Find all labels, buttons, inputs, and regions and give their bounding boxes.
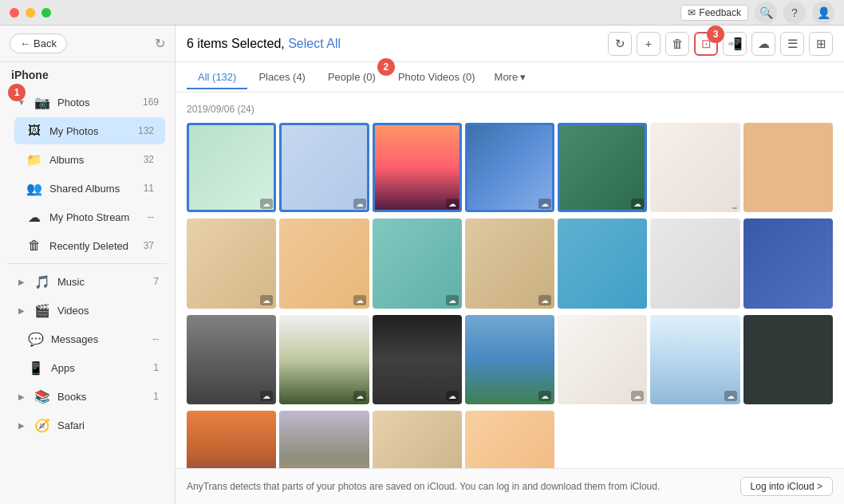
photo-cell[interactable] — [558, 219, 647, 308]
photos-icon: 📷 — [34, 93, 51, 111]
photo-cell[interactable]: ☁ — [465, 123, 554, 212]
list-btn-wrap: ☰ — [780, 32, 804, 56]
toolbar-actions: ↻ + 🗑 ⊡ 3 📲 ☁ ☰ — [608, 32, 833, 56]
sidebar-books-label: Books — [57, 391, 147, 403]
grid-view-button[interactable]: ⊞ — [809, 32, 833, 56]
videos-icon: 🎬 — [34, 301, 51, 319]
cloud-icon: ☁ — [260, 391, 273, 401]
photo-cell[interactable] — [650, 219, 739, 308]
sidebar-item-videos[interactable]: ▶ 🎬 Videos — [5, 297, 170, 324]
photos-grid-row3: ☁ ☁ ☁ ☁ ☁ ☁ — [187, 315, 833, 404]
sidebar-item-recently-deleted[interactable]: 🗑 Recently Deleted 37 — [14, 232, 165, 259]
photo-cell[interactable] — [279, 411, 369, 468]
recently-deleted-icon: 🗑 — [26, 237, 43, 254]
device-name: iPhone — [0, 62, 175, 88]
export-button[interactable]: ⊡ — [694, 32, 718, 56]
sidebar-item-safari[interactable]: ▶ 🧭 Safari — [5, 411, 170, 439]
close-button[interactable] — [10, 8, 19, 18]
cloud-icon: ☁ — [631, 391, 644, 401]
user-avatar[interactable]: 👤 — [812, 2, 834, 24]
delete-button[interactable]: 🗑 — [665, 32, 689, 56]
select-all-link[interactable]: Select All — [288, 37, 341, 50]
photos-grid-row1: ☁ ☁ ☁ ☁ ☁ — [187, 123, 833, 212]
photo-cell[interactable] — [650, 123, 739, 212]
cloud-icon: ☁ — [353, 199, 366, 209]
sidebar-divider-1 — [8, 263, 167, 264]
apps-icon: 📱 — [27, 359, 45, 376]
sidebar-item-photos[interactable]: ▼ 📷 Photos 169 1 — [5, 89, 170, 116]
sidebar-item-music[interactable]: ▶ 🎵 Music 7 — [5, 268, 170, 295]
photo-cell[interactable]: ☁ — [558, 315, 647, 404]
sidebar-apps-count: 1 — [153, 362, 159, 373]
tab-places[interactable]: Places (4) — [247, 66, 317, 89]
sidebar-top: ← Back ↻ — [0, 26, 175, 62]
photo-cell[interactable]: ☁ — [279, 219, 369, 308]
sidebar-item-my-photo-stream[interactable]: ☁ My Photo Stream -- — [14, 203, 165, 230]
add-button[interactable]: + — [637, 32, 661, 56]
sidebar-item-books[interactable]: ▶ 📚 Books 1 — [5, 383, 170, 410]
photo-cell[interactable] — [373, 411, 462, 468]
chevron-down-icon: ▼ — [16, 96, 27, 108]
photo-cell[interactable] — [465, 411, 554, 468]
chevron-right-icon: ▶ — [16, 276, 27, 287]
photo-cell[interactable]: ☁ — [373, 123, 462, 212]
titlebar-traffic-lights — [10, 8, 51, 18]
sidebar-item-apps[interactable]: 📱 Apps 1 — [5, 354, 170, 381]
sidebar-photo-stream-count: -- — [148, 211, 154, 222]
photo-cell[interactable]: ☁ — [279, 315, 369, 404]
photo-cell[interactable] — [743, 219, 833, 308]
sidebar-my-photos-label: My Photos — [49, 125, 132, 137]
tab-more[interactable]: More ▾ — [487, 66, 534, 88]
photo-cell[interactable] — [743, 123, 833, 212]
feedback-icon: ✉ — [688, 7, 696, 18]
tab-people[interactable]: People (0) 2 — [317, 66, 387, 89]
sidebar-recently-deleted-count: 37 — [144, 240, 154, 251]
selected-count-text: 6 items Selected, — [187, 37, 288, 50]
cloud-icon: ☁ — [631, 199, 644, 209]
sidebar-messages-label: Messages — [51, 333, 146, 345]
grid-btn-wrap: ⊞ — [809, 32, 833, 56]
refresh-icon[interactable]: ↻ — [155, 36, 165, 51]
safari-icon: 🧭 — [34, 416, 51, 434]
back-button[interactable]: ← Back — [10, 33, 67, 53]
chevron-right-icon-2: ▶ — [16, 305, 27, 316]
maximize-button[interactable] — [41, 8, 51, 18]
icloud-login-button[interactable]: Log into iCloud > — [740, 477, 833, 496]
tab-photo-videos[interactable]: Photo Videos (0) — [387, 66, 487, 89]
date-group-label: 2019/09/06 (24) — [187, 100, 833, 118]
photo-cell[interactable]: ☁ — [650, 315, 739, 404]
sidebar-item-shared-albums[interactable]: 👥 Shared Albums 11 — [14, 175, 165, 202]
help-button[interactable]: ? — [783, 2, 806, 24]
sidebar-shared-albums-count: 11 — [144, 183, 154, 194]
photo-cell[interactable]: ☁ — [558, 123, 647, 212]
cloud-icon: ☁ — [538, 295, 551, 305]
photo-cell[interactable]: ☁ — [187, 123, 276, 212]
photo-cell[interactable] — [187, 411, 276, 468]
list-view-button[interactable]: ☰ — [780, 32, 804, 56]
titlebar: ✉ Feedback 🔍 ? 👤 — [0, 0, 844, 26]
music-icon: 🎵 — [34, 273, 51, 290]
photo-cell[interactable]: ☁ — [465, 219, 554, 308]
photo-cell[interactable]: ☁ — [187, 315, 276, 404]
to-cloud-button[interactable]: ☁ — [751, 32, 775, 56]
sync-button[interactable]: ↻ — [608, 32, 632, 56]
tab-all[interactable]: All (132) — [187, 66, 247, 89]
cloud-icon: ☁ — [538, 391, 551, 401]
photo-cell[interactable] — [743, 315, 833, 404]
to-device-button[interactable]: 📲 — [723, 32, 747, 56]
photo-cell[interactable]: ☁ — [373, 315, 462, 404]
photo-cell[interactable]: ☁ — [373, 219, 462, 308]
minimize-button[interactable] — [26, 8, 35, 18]
photo-cell[interactable]: ☁ — [465, 315, 554, 404]
photos-grid-container: 2019/09/06 (24) ☁ ☁ ☁ ☁ ☁ — [176, 93, 844, 468]
photo-cell[interactable]: ☁ — [187, 219, 276, 308]
feedback-button[interactable]: ✉ Feedback — [680, 5, 748, 21]
sidebar-item-albums[interactable]: 📁 Albums 32 — [14, 146, 165, 173]
photo-stream-icon: ☁ — [26, 208, 43, 226]
sidebar-photo-stream-label: My Photo Stream — [49, 211, 141, 223]
photo-cell[interactable]: ☁ — [279, 123, 369, 212]
search-button[interactable]: 🔍 — [755, 2, 777, 24]
sidebar-item-my-photos[interactable]: 🖼 My Photos 132 — [14, 117, 165, 144]
export-btn-wrap: ⊡ 3 — [694, 32, 718, 56]
sidebar-item-messages[interactable]: 💬 Messages -- — [5, 325, 170, 352]
